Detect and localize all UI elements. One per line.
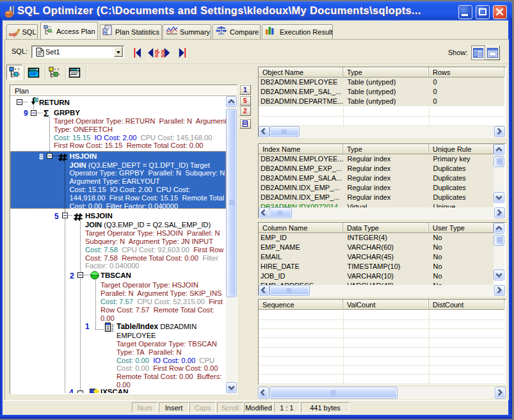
svg-text:sql: sql — [9, 31, 17, 37]
svg-text:2:: 2: — [111, 328, 115, 332]
svg-text:1:: 1: — [111, 323, 115, 328]
svg-text:SQL: SQL — [154, 48, 159, 58]
